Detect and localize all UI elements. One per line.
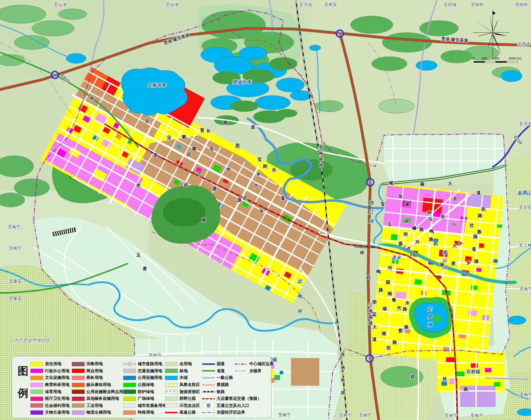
map-label: 东 — [398, 194, 403, 199]
legend-line-provincial-road — [202, 369, 215, 373]
map-label: 至上林 — [519, 243, 531, 248]
map-label: 至河池 — [299, 2, 312, 7]
legend-line-asean-boundary — [202, 410, 215, 415]
legend-line-transit — [202, 397, 215, 401]
legend-swatch — [30, 376, 43, 380]
legend-label: 风景名胜区 — [179, 382, 200, 387]
legend-label: 宗教用地 — [86, 361, 103, 367]
interchange-circle — [51, 71, 58, 79]
map-label: 设 — [404, 218, 409, 223]
legend-swatch — [30, 397, 43, 401]
legend-label: 工业用地 — [86, 403, 103, 408]
legend-label: 一般公路 — [217, 375, 233, 380]
legend-label: 医疗卫生用地 — [45, 396, 69, 401]
legend-column-1: 居住用地 行政办公用地 文化设施用地 教育科研用地 体育用地 医疗卫生用地 社会… — [30, 361, 69, 416]
map-label: 国 — [386, 280, 390, 285]
legend-swatch-agri-zone — [165, 403, 178, 408]
legend-label: 东盟经开区边界 — [217, 410, 245, 415]
legend-swatch — [123, 383, 136, 387]
legend-label: 乡镇界 — [249, 368, 262, 374]
map-label: 路 — [404, 325, 409, 330]
legend-swatch — [165, 362, 178, 366]
map-label: 至南宁 — [445, 413, 457, 418]
map-label: 建 — [405, 202, 410, 207]
legend-label: 国道 — [217, 361, 225, 367]
legend-line-expressway — [165, 410, 178, 415]
map-label: 鸣 — [376, 269, 381, 274]
map-label: 大 — [448, 181, 452, 186]
map-label: 路 — [473, 234, 478, 239]
map-label: 华 — [226, 167, 231, 172]
legend-label: 城市发展备用地 — [138, 403, 166, 408]
interchange-circle — [336, 30, 343, 37]
map-label: 路 — [478, 213, 483, 218]
legend-label: 特殊用地 — [138, 410, 154, 415]
map-label: 至南宁 — [520, 392, 531, 397]
legend-label: 公用设施营业网点用地 — [86, 389, 127, 395]
map-label: 灵水 — [391, 255, 401, 260]
map-label: 双 — [410, 375, 415, 380]
map-label: 波 — [251, 125, 256, 130]
legend-swatch — [123, 390, 136, 394]
map-label: 路 — [223, 120, 228, 125]
map-label: 标 — [440, 262, 445, 267]
map-label: 农 — [453, 196, 458, 201]
map-label: 玉 — [136, 253, 141, 258]
legend-swatch — [30, 383, 43, 387]
legend-swatch — [30, 390, 43, 394]
legend-label: 教育科研用地 — [45, 382, 69, 387]
scale-tick: 0 — [473, 57, 474, 60]
map-label: 至南宁 — [278, 412, 291, 417]
map-label: 建 — [192, 146, 197, 151]
map-label: 岗 — [263, 164, 268, 169]
legend-swatch — [30, 403, 43, 408]
map-label: 坛 — [428, 217, 433, 221]
map-label: 路 — [392, 340, 397, 345]
map-label: 街 — [403, 232, 408, 237]
map-label: 路 — [378, 288, 383, 293]
map-label: 民 — [387, 346, 391, 351]
map-label: 至隆安 — [9, 296, 22, 301]
map-label: 武 — [366, 275, 371, 280]
legend-label: 大运量客运交通（预留） — [217, 396, 262, 401]
map-page: 0 500 1000 2000 (m) 至仙湖至仙湖至河池至都安至府城至陆斡至陆… — [0, 0, 531, 420]
legend-swatch-scenic — [165, 383, 178, 387]
legend-label: 中心城区边界 — [249, 361, 274, 367]
legend-column-6: 中心城区边界 乡镇界 — [235, 361, 274, 374]
map-label: 平 — [90, 96, 94, 101]
legend-label: 文化设施用地 — [45, 375, 69, 380]
legend-swatch — [30, 410, 43, 415]
legend-swatch — [123, 397, 136, 401]
legend-label: 娱乐康体用地 — [86, 382, 111, 387]
legend-line-scenic-road — [202, 383, 215, 387]
map-label: 至府城 — [444, 2, 456, 7]
map-label: 武 — [187, 152, 192, 157]
legend-label: 商务用地 — [86, 375, 103, 380]
map-label: 族 — [477, 229, 482, 234]
map-label: 宁 — [197, 171, 202, 176]
map-label: 民 — [481, 207, 486, 212]
legend-label: 体育用地 — [45, 389, 61, 395]
legend-label: 公用设施用地 — [138, 375, 162, 380]
map-label: 至仙湖 — [166, 2, 178, 7]
legend-swatch — [123, 376, 136, 380]
map-label: 至仙湖 — [54, 2, 67, 7]
legend-label: 防护绿地 — [138, 389, 154, 395]
map-label: 环 — [427, 211, 432, 215]
map-label: 那油水库 — [232, 79, 252, 85]
legend-swatch — [72, 397, 85, 401]
map-label: 城 — [388, 180, 393, 185]
map-label: 至宾阳 — [519, 205, 531, 210]
map-label: 至南宁 — [339, 413, 352, 418]
legend-swatch — [72, 410, 85, 415]
map-label: 定 — [167, 135, 172, 140]
legend-column-2: 宗教用地 商业用地 商务用地 娱乐康体用地 公用设施营业网点用地 其他服务设施用… — [72, 361, 127, 416]
legend-swatch — [72, 376, 85, 380]
map-label: 湖 — [382, 306, 387, 311]
map-label: 路 — [419, 227, 424, 232]
map-label: 路 — [463, 387, 468, 392]
legend-label: 商业用地 — [86, 368, 103, 374]
legend-label: 郊野公园 — [179, 396, 196, 401]
map-label: 宝 — [381, 202, 385, 207]
legend-line-central-city-boundary — [235, 362, 247, 366]
